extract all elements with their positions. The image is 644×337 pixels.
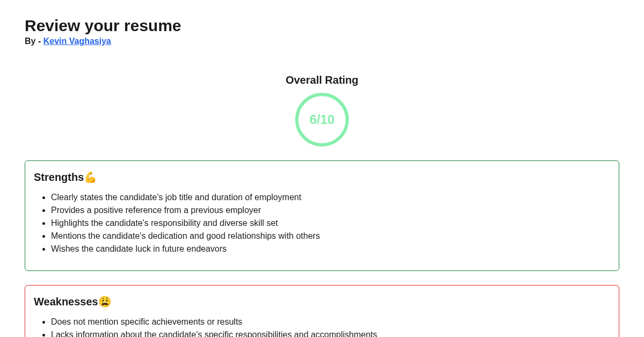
rating-section: Overall Rating 6/10 — [25, 74, 619, 146]
weaknesses-title: Weaknesses😩 — [34, 295, 610, 308]
strengths-card: Strengths💪 Clearly states the candidate'… — [25, 160, 619, 271]
rating-circle: 6/10 — [295, 93, 349, 146]
list-item: Provides a positive reference from a pre… — [51, 204, 610, 217]
byline-prefix: By - — [25, 36, 43, 46]
list-item: Wishes the candidate luck in future ende… — [51, 243, 610, 255]
list-item: Highlights the candidate's responsibilit… — [51, 217, 610, 230]
weaknesses-list: Does not mention specific achievements o… — [34, 316, 610, 337]
list-item: Clearly states the candidate's job title… — [51, 191, 610, 204]
rating-value: 6/10 — [310, 112, 335, 127]
list-item: Mentions the candidate's dedication and … — [51, 230, 610, 243]
page-title: Review your resume — [25, 16, 619, 35]
rating-label: Overall Rating — [25, 74, 619, 86]
list-item: Does not mention specific achievements o… — [51, 316, 610, 328]
strengths-title: Strengths💪 — [34, 171, 610, 184]
strengths-list: Clearly states the candidate's job title… — [34, 191, 610, 255]
list-item: Lacks information about the candidate's … — [51, 328, 610, 337]
author-link[interactable]: Kevin Vaghasiya — [43, 36, 111, 46]
weaknesses-card: Weaknesses😩 Does not mention specific ac… — [25, 285, 619, 337]
byline: By - Kevin Vaghasiya — [25, 36, 619, 46]
